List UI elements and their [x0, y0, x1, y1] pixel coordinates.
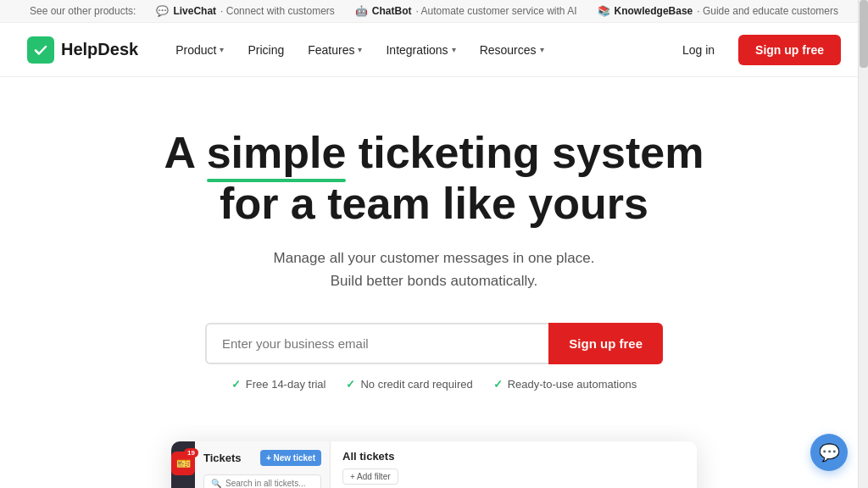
kb-name: KnowledgeBase: [615, 5, 693, 17]
check-icon-auto: ✓: [493, 378, 503, 391]
app-main: Tickets + New ticket 🔍 All tickets Unass…: [195, 441, 697, 488]
new-ticket-button[interactable]: + New ticket: [260, 450, 321, 466]
app-window: 🎫 19 📊 👥 ⚙️ Tickets + New ticket 🔍: [171, 441, 697, 488]
add-filter-button[interactable]: + Add filter: [342, 469, 398, 485]
features-chevron-icon: ▾: [358, 45, 362, 54]
tickets-panel-title: Tickets: [203, 452, 242, 464]
livechat-icon: 💬: [156, 5, 169, 17]
hero-section: A simple ticketing system for a team lik…: [0, 77, 868, 424]
chatbot-desc: · Automate customer service with AI: [415, 5, 576, 17]
nav-item-product[interactable]: Product ▾: [165, 36, 234, 64]
see-other-label: See our other products:: [30, 5, 136, 17]
tickets-view-header: All tickets + Add filter: [331, 441, 697, 488]
chatbot-name: ChatBot: [372, 5, 412, 17]
logo[interactable]: HelpDesk: [27, 36, 138, 64]
ticket-search-input[interactable]: [225, 479, 314, 488]
check-icon-nocredit: ✓: [346, 378, 355, 391]
scrollbar-thumb[interactable]: [860, 0, 868, 68]
tickets-view-title: All tickets: [342, 450, 689, 463]
tickets-view: All tickets + Add filter 122 tickets 1 2…: [331, 441, 697, 488]
search-icon: 🔍: [211, 479, 221, 488]
app-preview: 🎫 19 📊 👥 ⚙️ Tickets + New ticket 🔍: [0, 424, 868, 488]
nav-item-resources[interactable]: Resources ▾: [470, 36, 554, 64]
kb-icon: 📚: [598, 5, 610, 17]
hero-feature-trial: ✓ Free 14-day trial: [231, 378, 326, 391]
hero-title: A simple ticketing system for a team lik…: [164, 128, 704, 230]
hero-subtitle: Manage all your customer messages in one…: [274, 247, 595, 292]
nav-links: Product ▾ Pricing Features ▾ Integration…: [165, 36, 669, 64]
tickets-panel-header: Tickets + New ticket: [203, 450, 321, 466]
hero-feature-nocredit: ✓ No credit card required: [346, 378, 472, 391]
banner-product-chatbot[interactable]: 🤖 ChatBot · Automate customer service wi…: [355, 5, 577, 17]
kb-desc: · Guide and educate customers: [697, 5, 838, 17]
resources-chevron-icon: ▾: [540, 45, 544, 54]
livechat-name: LiveChat: [173, 5, 216, 17]
navbar: HelpDesk Product ▾ Pricing Features ▾ In…: [0, 23, 868, 77]
sidebar-tickets-icon[interactable]: 🎫 19: [171, 452, 195, 475]
chatbot-icon: 🤖: [355, 5, 368, 17]
nav-item-pricing[interactable]: Pricing: [237, 36, 294, 64]
hero-features: ✓ Free 14-day trial ✓ No credit card req…: [231, 378, 637, 391]
logo-text: HelpDesk: [61, 40, 138, 59]
top-banner: See our other products: 💬 LiveChat · Con…: [0, 0, 868, 23]
hero-title-line2: for a team like yours: [220, 179, 648, 228]
hero-feature-automations: ✓ Ready-to-use automations: [493, 378, 637, 391]
livechat-desc: · Connect with customers: [220, 5, 335, 17]
integrations-chevron-icon: ▾: [452, 45, 456, 54]
hero-email-form: Sign up free: [205, 323, 663, 364]
banner-product-livechat[interactable]: 💬 LiveChat · Connect with customers: [156, 5, 334, 17]
tickets-badge: 19: [184, 448, 198, 458]
product-chevron-icon: ▾: [220, 45, 224, 54]
banner-product-kb[interactable]: 📚 KnowledgeBase · Guide and educate cust…: [598, 5, 838, 17]
nav-item-features[interactable]: Features ▾: [298, 36, 372, 64]
check-icon-trial: ✓: [231, 378, 241, 391]
login-button[interactable]: Log in: [669, 36, 728, 64]
chat-bubble[interactable]: 💬: [810, 434, 848, 471]
signup-button-nav[interactable]: Sign up free: [738, 35, 841, 65]
tickets-panel: Tickets + New ticket 🔍 All tickets Unass…: [195, 441, 331, 488]
nav-actions: Log in Sign up free: [669, 35, 841, 65]
ticket-search-box[interactable]: 🔍: [203, 474, 321, 488]
email-input[interactable]: [205, 323, 548, 364]
hero-highlight: simple: [207, 128, 347, 179]
scrollbar[interactable]: [858, 0, 868, 488]
hero-signup-button[interactable]: Sign up free: [548, 323, 663, 364]
chat-icon: 💬: [819, 442, 840, 463]
app-sidebar: 🎫 19 📊 👥 ⚙️: [171, 441, 195, 488]
nav-item-integrations[interactable]: Integrations ▾: [376, 36, 465, 64]
logo-icon: [27, 36, 54, 64]
hero-title-line1: A simple ticketing system: [164, 128, 704, 177]
